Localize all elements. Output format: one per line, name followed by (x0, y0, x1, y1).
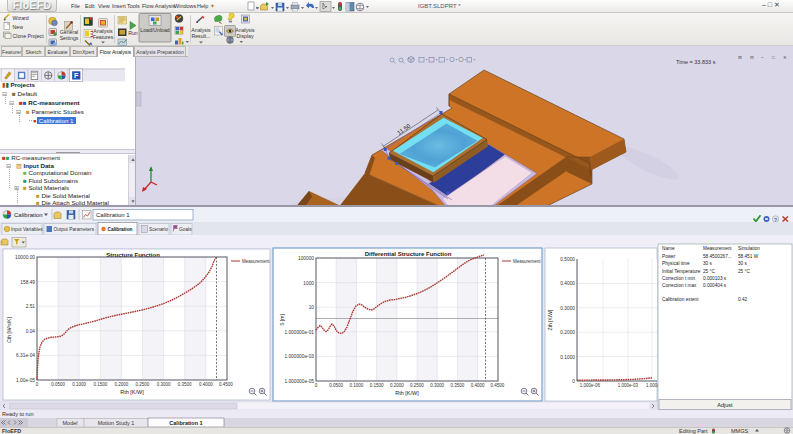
svg-text:Load/Unload: Load/Unload (140, 27, 170, 33)
svg-text:Ready to run: Ready to run (2, 411, 34, 417)
svg-text:Name: Name (662, 246, 675, 251)
svg-text:New: New (13, 24, 24, 30)
svg-text:0.4500: 0.4500 (491, 383, 505, 388)
svg-text:0.1000: 0.1000 (72, 382, 86, 387)
svg-text:S [m]: S [m] (279, 314, 285, 326)
svg-text:Calibration: Calibration (14, 212, 43, 218)
svg-text:Motion Study 1: Motion Study 1 (98, 420, 135, 426)
svg-text:Goals: Goals (179, 227, 192, 232)
svg-text:Calibration 1: Calibration 1 (169, 420, 202, 426)
svg-text:0.04: 0.04 (26, 329, 36, 334)
svg-text:0.2000: 0.2000 (390, 383, 404, 388)
svg-text:0.42: 0.42 (738, 297, 748, 302)
svg-text:1000: 1000 (303, 281, 314, 286)
svg-text:30 s: 30 s (738, 261, 748, 266)
svg-text:10000.00: 10000.00 (15, 255, 35, 260)
svg-text:Rth [K/W]: Rth [K/W] (120, 389, 144, 395)
svg-text:Calibration 1: Calibration 1 (96, 212, 130, 218)
svg-text:Adjust: Adjust (717, 402, 733, 408)
svg-text:Calibration: Calibration (108, 227, 133, 232)
svg-text:Scenario: Scenario (149, 227, 168, 232)
svg-text:2.51: 2.51 (26, 304, 36, 309)
svg-text:0.2500: 0.2500 (410, 383, 424, 388)
svg-text:0.1000: 0.1000 (350, 383, 364, 388)
svg-text:Physical time: Physical time (662, 261, 690, 266)
svg-text:0.000404 s: 0.000404 s (703, 283, 727, 288)
svg-text:0.3000: 0.3000 (560, 306, 575, 311)
svg-text:Correction t max: Correction t max (662, 283, 697, 288)
svg-text:Run: Run (128, 30, 138, 36)
svg-text:58.451 W: 58.451 W (738, 254, 759, 259)
svg-text:25 °C: 25 °C (703, 269, 715, 274)
svg-text:FloEFD: FloEFD (2, 428, 21, 434)
svg-text:0.3000: 0.3000 (157, 382, 171, 387)
svg-text:–: – (761, 56, 764, 60)
svg-text:1.000e-03: 1.000e-03 (618, 383, 639, 388)
svg-text:1.000000e-03: 1.000000e-03 (284, 354, 314, 359)
svg-text:25 °C: 25 °C (738, 269, 750, 274)
svg-text:0.1500: 0.1500 (370, 383, 384, 388)
svg-text:0.3500: 0.3500 (178, 382, 192, 387)
svg-text:100000: 100000 (298, 256, 314, 261)
svg-text:Output Parameters: Output Parameters (54, 227, 95, 232)
svg-text:Measurement: Measurement (242, 259, 270, 264)
svg-text:Time = 33.833 s: Time = 33.833 s (676, 59, 716, 65)
svg-text:Rth [K/W]: Rth [K/W] (395, 390, 419, 396)
svg-text:0.1000: 0.1000 (560, 355, 575, 360)
svg-text:⊟: ⊟ (750, 56, 754, 60)
svg-text:0.2500: 0.2500 (136, 382, 150, 387)
svg-text:0.0500: 0.0500 (329, 383, 343, 388)
svg-text:0.2000: 0.2000 (560, 330, 575, 335)
svg-text:Settings: Settings (60, 35, 79, 41)
svg-text:□: □ (772, 56, 775, 60)
svg-text:Measurement: Measurement (513, 259, 541, 264)
svg-text:✕: ✕ (783, 56, 787, 60)
svg-text:10: 10 (309, 305, 315, 310)
svg-text:6.31e-04: 6.31e-04 (16, 353, 35, 358)
svg-text:1.000000e-01: 1.000000e-01 (284, 330, 314, 335)
svg-text:0: 0 (572, 379, 575, 384)
svg-text:158.49: 158.49 (20, 280, 35, 285)
svg-text:Display: Display (236, 33, 253, 39)
svg-text:Input Variables: Input Variables (11, 227, 43, 232)
svg-text:F: F (74, 71, 79, 80)
svg-text:0.3000: 0.3000 (430, 383, 444, 388)
svg-text:Correction t min: Correction t min (662, 276, 695, 281)
svg-text:Wizard: Wizard (13, 15, 29, 21)
svg-text:Power: Power (662, 254, 676, 259)
svg-text:0.000103 s: 0.000103 s (703, 276, 727, 281)
svg-text:0.4000: 0.4000 (560, 281, 575, 286)
svg-text:Initial Temperature: Initial Temperature (662, 269, 701, 274)
svg-text:Measurement: Measurement (703, 246, 732, 251)
svg-text:Zth [K/W]: Zth [K/W] (547, 309, 553, 330)
svg-text:Differential Structure Functio: Differential Structure Function (365, 251, 452, 257)
svg-text:0.1500: 0.1500 (93, 382, 107, 387)
svg-text:0.4000: 0.4000 (471, 383, 485, 388)
svg-text:1.000000e-05: 1.000000e-05 (284, 379, 314, 384)
svg-text:0.5000: 0.5000 (560, 257, 575, 262)
svg-text:0.3500: 0.3500 (451, 383, 465, 388)
svg-text:⊞: ⊞ (738, 56, 742, 60)
svg-text:Calibration extent: Calibration extent (662, 297, 699, 302)
svg-text:30 s: 30 s (703, 261, 713, 266)
svg-text:Result...: Result... (191, 33, 210, 39)
svg-text:Features: Features (93, 34, 114, 40)
svg-text:1.000e-06: 1.000e-06 (580, 383, 601, 388)
svg-text:0.0500: 0.0500 (51, 382, 65, 387)
svg-text:Simulation: Simulation (738, 246, 760, 251)
svg-text:Editing Part: Editing Part (679, 428, 708, 434)
svg-text:58.4500267...: 58.4500267... (703, 254, 732, 259)
svg-text:0.4000: 0.4000 (199, 382, 213, 387)
svg-text:MMGS: MMGS (731, 428, 748, 434)
svg-text:Cth [W²s/K]: Cth [W²s/K] (6, 317, 12, 343)
svg-text:0.4500: 0.4500 (219, 382, 233, 387)
svg-text:Clone Project: Clone Project (13, 33, 45, 39)
svg-text:0.2000: 0.2000 (115, 382, 129, 387)
svg-text:Model: Model (63, 420, 78, 426)
svg-text:1.00e-05: 1.00e-05 (16, 378, 35, 383)
